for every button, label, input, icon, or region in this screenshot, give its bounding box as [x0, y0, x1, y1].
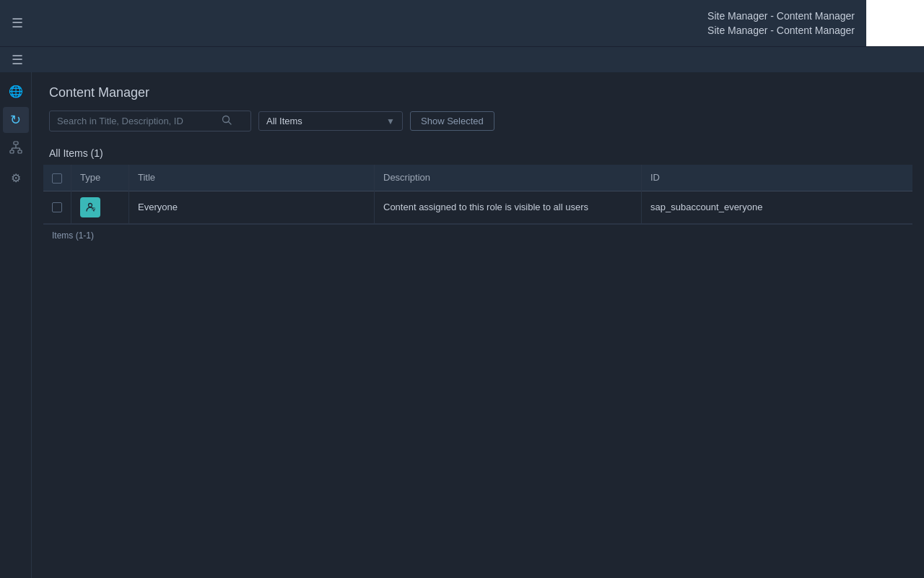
table-section-title: All Items (1) — [43, 140, 912, 165]
search-input[interactable] — [57, 116, 216, 126]
settings-icon: ⚙ — [11, 171, 21, 185]
user-area[interactable] — [866, 0, 924, 46]
role-type-icon — [80, 197, 100, 217]
search-box — [49, 111, 251, 131]
show-selected-button[interactable]: Show Selected — [410, 111, 494, 131]
sidebar-item-settings[interactable]: ⚙ — [3, 165, 29, 191]
row-type-cell — [71, 191, 129, 223]
content-area: Content Manager All Items ▼ Sh — [32, 72, 924, 578]
page-title: Content Manager — [49, 85, 907, 100]
filter-dropdown[interactable]: All Items ▼ — [258, 111, 403, 131]
sidebar-item-globe[interactable]: 🌐 — [3, 78, 29, 104]
filter-label: All Items — [266, 116, 302, 126]
sub-header: ☰ — [0, 46, 924, 72]
row-checkbox-cell — [43, 191, 71, 223]
table-body: Everyone Content assigned to this role i… — [43, 191, 912, 223]
hamburger-icon: ☰ — [12, 15, 23, 31]
top-header: ☰ Site Manager - Content Manager Site Ma… — [0, 0, 924, 46]
header-checkbox[interactable] — [52, 173, 62, 184]
sidebar-item-hierarchy[interactable] — [3, 136, 29, 162]
th-title: Title — [129, 165, 375, 191]
row-description-cell: Content assigned to this role is visible… — [375, 191, 642, 223]
table-row[interactable]: Everyone Content assigned to this role i… — [43, 191, 912, 223]
search-icon — [222, 115, 232, 127]
content-header: Content Manager All Items ▼ Sh — [32, 72, 924, 140]
header-titles: Site Manager - Content Manager Site Mana… — [35, 0, 866, 46]
data-table: Type Title Description ID — [43, 165, 912, 224]
row-checkbox[interactable] — [52, 202, 62, 212]
row-title-cell: Everyone — [129, 191, 375, 223]
th-id: ID — [642, 165, 913, 191]
refresh-icon: ↻ — [10, 112, 21, 128]
svg-rect-1 — [10, 150, 14, 153]
hierarchy-icon — [9, 141, 22, 157]
sub-menu-button[interactable]: ☰ — [0, 52, 35, 68]
main-layout: 🌐 ↻ ⚙ Content Ma — [0, 72, 924, 578]
top-menu-button[interactable]: ☰ — [0, 0, 35, 46]
sidebar-item-refresh[interactable]: ↻ — [3, 107, 29, 133]
toolbar: All Items ▼ Show Selected — [49, 111, 907, 131]
table-section: All Items (1) Type Title — [43, 140, 912, 578]
svg-rect-2 — [18, 150, 22, 153]
header-title-1: Site Manager - Content Manager — [707, 10, 855, 22]
th-type: Type — [71, 165, 129, 191]
th-description: Description — [375, 165, 642, 191]
th-checkbox — [43, 165, 71, 191]
svg-line-8 — [229, 122, 232, 125]
globe-icon: 🌐 — [9, 85, 23, 98]
svg-point-9 — [89, 203, 92, 207]
sidebar: 🌐 ↻ ⚙ — [0, 72, 32, 578]
svg-rect-0 — [14, 142, 18, 144]
table-header-row: Type Title Description ID — [43, 165, 912, 191]
hamburger-icon-2: ☰ — [12, 52, 23, 68]
table-header: Type Title Description ID — [43, 165, 912, 191]
header-title-2: Site Manager - Content Manager — [707, 25, 855, 36]
chevron-down-icon: ▼ — [386, 116, 395, 126]
row-id-cell: sap_subaccount_everyone — [642, 191, 913, 223]
table-footer: Items (1-1) — [43, 224, 912, 246]
